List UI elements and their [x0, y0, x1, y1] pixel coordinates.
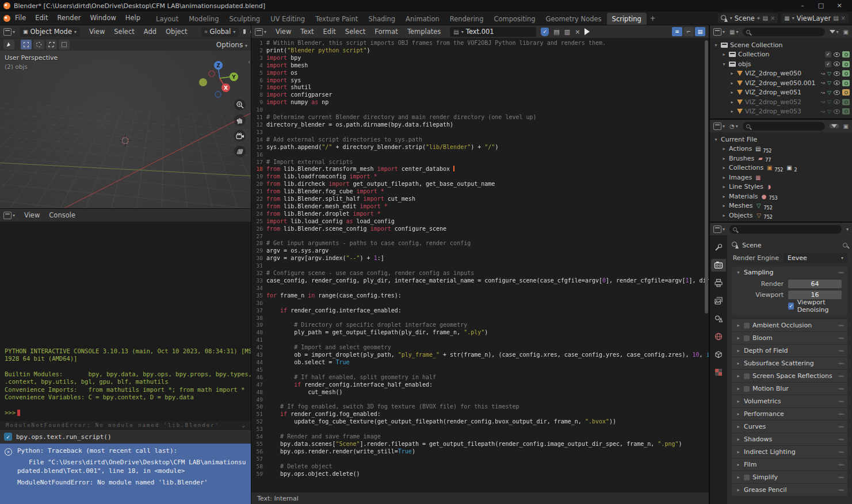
new-workspace-button[interactable]: + [647, 12, 659, 25]
text-datablock-field[interactable]: ▤ ▾ Text.001 [450, 27, 536, 37]
cursor-tool-button[interactable] [59, 40, 70, 49]
disclosure-triangle-icon[interactable]: ▸ [721, 194, 727, 199]
editor-type-button[interactable]: ▾ [713, 28, 725, 36]
viewport-samples-field[interactable]: 16 [788, 291, 842, 299]
panel-bloom[interactable]: ▸Bloom══ [732, 332, 847, 344]
maximize-button[interactable]: □ [812, 0, 830, 12]
drag-handle-icon[interactable]: ══ [838, 361, 843, 366]
error-report-block[interactable]: ✕ Python: Traceback (most recent call la… [0, 444, 251, 504]
sampling-panel-header[interactable]: ▾ Sampling ══ [732, 266, 847, 278]
menu-select[interactable]: Select [341, 25, 370, 39]
sidebar-toggle-arrow[interactable]: ‹ [248, 59, 250, 65]
viewlayer-selector[interactable]: ▦ ▾ ViewLayer ▤ × [781, 13, 849, 23]
menu-edit[interactable]: Edit [319, 25, 341, 39]
menu-view[interactable]: View [85, 25, 109, 39]
workspace-tab-compositing[interactable]: Compositing [488, 13, 540, 25]
menu-file[interactable]: File [10, 12, 30, 25]
text-editor-body[interactable]: 1234567891011121314151617181920212223242… [251, 38, 709, 492]
disclosure-triangle-icon[interactable]: ▸ [729, 100, 735, 105]
properties-search-input[interactable] [729, 225, 842, 234]
new-scene-icon[interactable]: ▤ [762, 15, 767, 21]
panel-simplify[interactable]: ▸Simplify══ [732, 471, 847, 483]
disclosure-triangle-icon[interactable]: ▸ [721, 146, 727, 151]
disclosure-triangle-icon[interactable]: ▸ [736, 386, 741, 391]
disclosure-triangle-icon[interactable]: ▸ [736, 399, 741, 404]
gizmo-z-axis[interactable]: Z [214, 61, 223, 70]
panel-enable-checkbox[interactable] [744, 475, 750, 480]
menu-console[interactable]: Console [44, 209, 80, 222]
editor-type-button[interactable]: ▾ [255, 28, 266, 36]
panel-enable-checkbox[interactable] [744, 386, 750, 392]
workspace-tab-modeling[interactable]: Modeling [184, 13, 224, 25]
line-numbers-toggle[interactable]: ≡ [672, 27, 682, 36]
disable-render-toggle[interactable] [842, 61, 850, 67]
filter-button[interactable] [830, 124, 839, 128]
editor-type-button[interactable]: ▾ [713, 226, 725, 233]
filter-button[interactable]: ▾ [830, 29, 839, 35]
exclude-checkbox[interactable]: ✓ [825, 61, 831, 67]
outliner-row[interactable]: ▸Collection✓ [710, 50, 852, 60]
hide-viewport-toggle[interactable] [834, 100, 840, 104]
panel-indirect-lighting[interactable]: ▸Indirect Lighting══ [732, 446, 847, 458]
console-prompt[interactable]: >>> [5, 409, 246, 417]
drag-handle-icon[interactable]: ══ [838, 323, 843, 329]
syntax-highlight-toggle[interactable]: ▤ [695, 27, 705, 36]
editor-type-button[interactable]: ▾ [3, 212, 15, 219]
menu-view[interactable]: View [271, 25, 296, 39]
outliner-row[interactable]: ▸VIZ_2drop_we050.001↝▽ [710, 78, 852, 88]
workspace-tab-shading[interactable]: Shading [363, 13, 400, 25]
camera-view-icon[interactable] [234, 130, 246, 142]
disclosure-triangle-icon[interactable]: ▸ [736, 487, 741, 492]
panel-performance[interactable]: ▸Performance══ [732, 408, 847, 420]
panel-enable-checkbox[interactable] [744, 323, 750, 329]
drag-handle-icon[interactable]: ══ [838, 335, 843, 341]
blendfile-root-row[interactable]: ▾ Current File [710, 135, 852, 144]
disable-render-toggle[interactable] [842, 89, 850, 96]
menu-templates[interactable]: Templates [403, 25, 445, 39]
disclosure-triangle-icon[interactable]: ▸ [736, 335, 741, 341]
disclosure-triangle-icon[interactable]: ▾ [713, 43, 719, 48]
snap-magnet-icon[interactable] [243, 29, 246, 34]
workspace-tab-rendering[interactable]: Rendering [445, 13, 489, 25]
disclosure-triangle-icon[interactable]: ▾ [713, 137, 719, 142]
disable-render-toggle[interactable] [842, 70, 850, 77]
panel-ambient-occlusion[interactable]: ▸Ambient Occlusion══ [732, 319, 847, 331]
drag-handle-icon[interactable]: ══ [838, 373, 843, 379]
outliner-row[interactable]: ▸VIZ_2drop_we052↝▽ [710, 97, 852, 107]
disclosure-triangle-icon[interactable]: ▸ [721, 175, 727, 180]
view-layer-properties-tab[interactable] [711, 295, 726, 307]
workspace-tab-sculpting[interactable]: Sculpting [224, 13, 265, 25]
minimize-button[interactable]: – [793, 0, 812, 12]
blendfile-row[interactable]: ▸Actions▤752 [710, 144, 852, 154]
drag-handle-icon[interactable]: ══ [838, 348, 843, 354]
render-engine-dropdown[interactable]: Eevee▾ [784, 253, 847, 263]
report-operator-row[interactable]: ✓ bpy.ops.text.run_script() [0, 429, 251, 444]
outliner-search-input[interactable] [743, 28, 824, 36]
panel-depth-of-field[interactable]: ▸Depth of Field══ [732, 345, 847, 357]
tweak-tool-button[interactable] [3, 40, 14, 49]
disclosure-triangle-icon[interactable]: ▸ [736, 373, 741, 379]
hide-viewport-toggle[interactable] [834, 81, 840, 85]
transform-orientation-dropdown[interactable]: ⌗Global▾ [201, 27, 239, 37]
disclosure-triangle-icon[interactable]: ▸ [736, 449, 741, 455]
workspace-tab-animation[interactable]: Animation [400, 13, 445, 25]
disclosure-triangle-icon[interactable]: ▸ [736, 323, 741, 328]
drag-handle-icon[interactable]: ══ [838, 424, 843, 430]
blendfile-row[interactable]: ▸Objects▽752 [710, 211, 852, 220]
blendfile-row[interactable]: ▸Meshes▽752 [710, 201, 852, 211]
collapsed-report-row[interactable]: ModuleNotFoundError: No module named 'li… [0, 421, 251, 429]
new-text-icon[interactable]: ▤ [553, 28, 559, 36]
drag-handle-icon[interactable]: ══ [838, 437, 843, 442]
menu-text[interactable]: Text [296, 25, 318, 39]
disclosure-triangle-icon[interactable]: ▸ [729, 109, 735, 114]
blendfile-search-input[interactable] [743, 122, 825, 131]
unlink-scene-icon[interactable]: × [770, 15, 775, 21]
panel-volumetrics[interactable]: ▸Volumetrics══ [732, 395, 847, 407]
panel-curves[interactable]: ▸Curves══ [732, 421, 847, 433]
panel-enable-checkbox[interactable] [744, 335, 750, 341]
workspace-tab-layout[interactable]: Layout [151, 13, 184, 25]
menu-format[interactable]: Format [370, 25, 403, 39]
drag-handle-icon[interactable]: ══ [838, 386, 843, 392]
menu-help[interactable]: Help [121, 12, 145, 25]
open-folder-icon[interactable]: ▥ [564, 28, 570, 36]
